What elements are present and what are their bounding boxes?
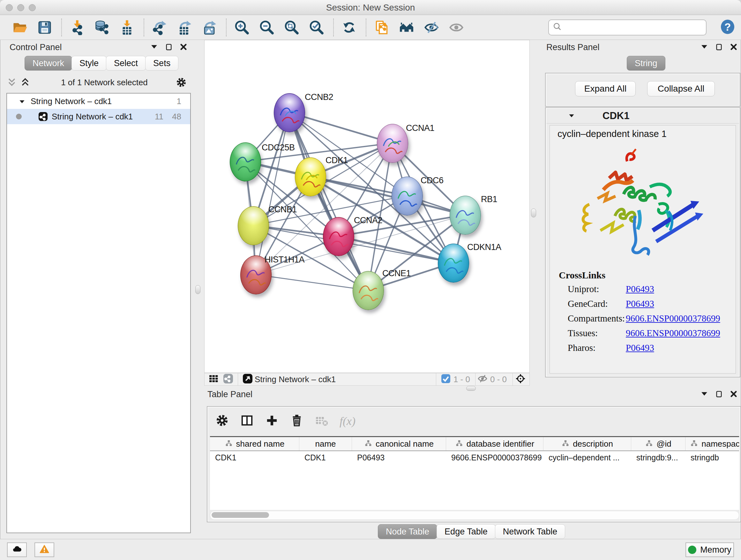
export-image-icon[interactable]: [201, 19, 218, 36]
column-header-description[interactable]: description: [543, 437, 631, 450]
entry-header[interactable]: CDK1: [546, 109, 739, 124]
column-header-canonicalname[interactable]: canonical name: [352, 437, 446, 450]
column-header-databaseidentifier[interactable]: database identifier: [446, 437, 543, 450]
crosslink-link[interactable]: P06493: [626, 284, 654, 294]
birds-eye-icon[interactable]: [515, 374, 526, 385]
duplicate-network-icon[interactable]: [374, 19, 390, 36]
export-network-icon[interactable]: [151, 19, 168, 36]
network-options-gear-icon[interactable]: [176, 77, 187, 88]
tab-node-table[interactable]: Node Table: [378, 524, 437, 539]
houses-icon[interactable]: [398, 19, 415, 36]
show-columns-icon[interactable]: [240, 414, 254, 429]
table-cell[interactable]: cyclin–dependent ...: [543, 451, 631, 464]
grid-view-icon[interactable]: [208, 374, 219, 385]
network-node-ccne1[interactable]: [353, 271, 384, 310]
hierarchy-icon: [364, 440, 373, 448]
tab-network[interactable]: Network: [24, 56, 72, 71]
refresh-layout-icon[interactable]: [341, 19, 357, 36]
column-header-namespace[interactable]: namespace: [685, 437, 739, 450]
zoom-selected-icon[interactable]: [308, 19, 325, 36]
import-network-database-icon[interactable]: [94, 19, 111, 36]
network-view-canvas[interactable]: CCNB2CCNA1CDC25BCDK1CDC6RB1CCNB1CCNA2CDK…: [204, 40, 530, 373]
network-node-cdc6[interactable]: [392, 177, 423, 215]
eye-slash-icon[interactable]: [423, 19, 440, 36]
results-panel: Results Panel String Expand All Collapse…: [539, 40, 741, 386]
crosslink-link[interactable]: P06493: [626, 343, 654, 353]
crosslink-link[interactable]: 9606.ENSP00000378699: [626, 313, 720, 324]
tab-style[interactable]: Style: [71, 56, 107, 71]
column-header-id[interactable]: @id: [631, 437, 685, 450]
gene-name: CDK1: [603, 110, 629, 122]
float-table-icon[interactable]: [715, 390, 723, 399]
collapse-all-networks-icon[interactable]: [6, 77, 17, 87]
detach-view-icon[interactable]: [243, 374, 253, 385]
zoom-out-icon[interactable]: [259, 19, 275, 36]
table-cell[interactable]: stringdb: [685, 451, 739, 464]
node-label-cdc6: CDC6: [421, 176, 444, 186]
network-overview-icon[interactable]: [223, 374, 233, 385]
network-node-rb1[interactable]: [450, 196, 481, 235]
network-node-ccna1[interactable]: [377, 124, 408, 163]
table-cell[interactable]: CDK1: [210, 451, 299, 464]
export-table-icon[interactable]: [176, 19, 193, 36]
network-collection-row[interactable]: String Network – cdk1 1: [7, 94, 190, 109]
import-network-file-icon[interactable]: [69, 19, 85, 36]
network-node-ccnb2[interactable]: [274, 93, 305, 132]
table-cell[interactable]: 9606.ENSP00000378699: [446, 451, 543, 464]
column-header-sharedname[interactable]: shared name: [210, 437, 299, 450]
right-splitter-handle[interactable]: [531, 208, 536, 217]
expand-all-networks-icon[interactable]: [20, 77, 30, 87]
delete-column-icon[interactable]: [290, 414, 304, 429]
table-cell[interactable]: CDK1: [299, 451, 352, 464]
network-node-cdc25b[interactable]: [230, 142, 261, 181]
node-label-ccne1: CCNE1: [382, 268, 411, 278]
close-panel-icon[interactable]: [179, 43, 188, 52]
open-session-icon[interactable]: [11, 19, 28, 36]
network-node-cdkn1a[interactable]: [438, 244, 469, 283]
collapse-all-button[interactable]: Collapse All: [647, 81, 715, 97]
collection-expander-icon[interactable]: [18, 98, 26, 105]
cloud-button[interactable]: [7, 543, 27, 557]
table-cell[interactable]: P06493: [352, 451, 446, 464]
crosslink-link[interactable]: P06493: [626, 299, 654, 309]
float-results-icon[interactable]: [715, 43, 723, 52]
network-node-ccnb1[interactable]: [238, 206, 269, 245]
tab-string[interactable]: String: [627, 56, 665, 71]
left-splitter-handle[interactable]: [195, 285, 200, 294]
column-header-name[interactable]: name: [299, 437, 352, 450]
table-options-gear-icon[interactable]: [215, 414, 229, 429]
selected-counts: 1 - 0: [454, 374, 470, 384]
table-horizontal-scrollbar[interactable]: [210, 511, 739, 520]
collapse-panel-icon[interactable]: [150, 43, 158, 52]
table-row[interactable]: CDK1CDK1P064939606.ENSP00000378699cyclin…: [210, 451, 739, 464]
network-row-selected[interactable]: String Network – cdk1 11 48: [7, 109, 190, 124]
selected-nodes-checkbox-icon[interactable]: [441, 374, 451, 385]
zoom-fit-icon[interactable]: [283, 19, 300, 36]
close-results-icon[interactable]: [730, 43, 738, 52]
expand-all-button[interactable]: Expand All: [575, 81, 636, 97]
collapse-table-icon[interactable]: [700, 390, 709, 399]
add-column-icon[interactable]: [265, 414, 279, 429]
save-session-icon[interactable]: [37, 19, 53, 36]
tab-sets[interactable]: Sets: [145, 56, 179, 71]
table-cell[interactable]: stringdb:9...: [631, 451, 685, 464]
crosslink-link[interactable]: 9606.ENSP00000378699: [626, 328, 720, 338]
import-table-file-icon[interactable]: [119, 19, 135, 36]
warnings-button[interactable]: [35, 543, 54, 557]
zoom-in-icon[interactable]: [233, 19, 250, 36]
entry-expander-icon[interactable]: [567, 112, 576, 119]
hidden-elements-icon[interactable]: [477, 374, 488, 385]
help-icon[interactable]: ?: [720, 19, 735, 35]
tab-network-table[interactable]: Network Table: [495, 524, 565, 539]
collapse-results-icon[interactable]: [700, 43, 709, 52]
network-node-cdk1[interactable]: [295, 158, 326, 196]
float-panel-icon[interactable]: [165, 43, 173, 52]
close-table-icon[interactable]: [730, 390, 738, 399]
scrollbar-thumb[interactable]: [212, 512, 269, 518]
network-node-ccna2[interactable]: [323, 217, 354, 256]
search-input[interactable]: [565, 22, 706, 33]
search-box[interactable]: [548, 19, 706, 36]
tab-edge-table[interactable]: Edge Table: [436, 524, 495, 539]
memory-button[interactable]: Memory: [685, 543, 734, 557]
tab-select[interactable]: Select: [106, 56, 146, 71]
